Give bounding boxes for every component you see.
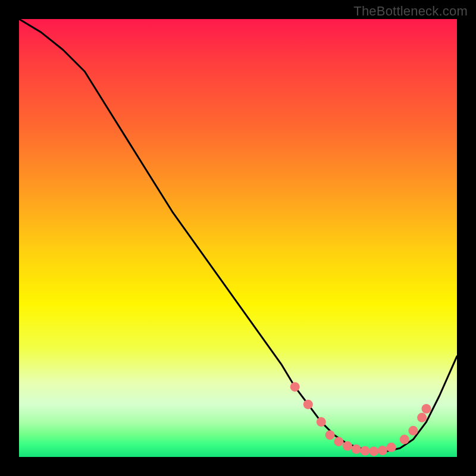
curve-svg — [19, 19, 457, 457]
marker-dot — [352, 444, 361, 454]
marker-dots — [290, 382, 431, 456]
marker-dot — [317, 417, 326, 427]
marker-dot — [325, 430, 335, 440]
marker-dot — [290, 382, 300, 392]
marker-dot — [334, 437, 343, 446]
marker-dot — [422, 404, 431, 414]
chart-frame: TheBottleneck.com — [0, 0, 476, 476]
bottleneck-curve — [19, 19, 457, 452]
marker-dot — [343, 441, 352, 451]
marker-dot — [360, 446, 369, 456]
watermark-text: TheBottleneck.com — [353, 4, 468, 19]
marker-dot — [408, 426, 418, 436]
marker-dot — [387, 443, 396, 452]
marker-dot — [378, 446, 387, 455]
marker-dot — [303, 400, 313, 409]
marker-dot — [417, 413, 427, 422]
plot-area — [19, 19, 457, 457]
marker-dot — [369, 446, 378, 456]
marker-dot — [400, 435, 409, 444]
